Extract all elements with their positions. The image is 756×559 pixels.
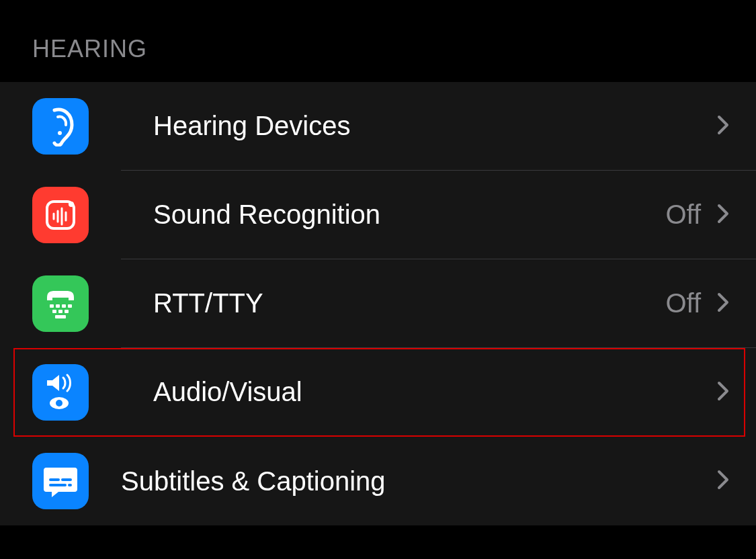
chevron-right-icon [717,292,729,315]
row-sound-recognition[interactable]: Sound Recognition Off [0,171,756,259]
svg-rect-9 [62,304,66,308]
row-label: Hearing Devices [153,111,717,141]
row-audio-visual[interactable]: Audio/Visual [13,348,745,437]
row-label: Sound Recognition [153,200,665,230]
row-value: Off [665,200,701,230]
settings-list: Hearing Devices Sound Recognition [0,82,756,525]
ear-icon [32,98,89,155]
row-rtt-tty[interactable]: RTT/TTY Off [0,259,756,348]
svg-rect-10 [68,304,72,308]
row-label: Subtitles & Captioning [121,466,717,497]
row-subtitles-captioning[interactable]: Subtitles & Captioning [0,437,756,525]
chevron-right-icon [717,381,729,404]
svg-rect-14 [55,315,66,318]
tty-icon [32,275,89,332]
row-label: RTT/TTY [153,288,665,318]
section-header: HEARING [0,0,756,82]
chevron-right-icon [717,204,729,226]
svg-point-2 [69,202,74,207]
sound-recognition-icon [32,187,89,243]
audio-visual-icon [32,364,89,421]
settings-section: HEARING Hearing Devices [0,0,756,525]
svg-rect-13 [65,310,69,313]
row-label: Audio/Visual [153,377,717,407]
svg-rect-12 [58,310,62,313]
row-value: Off [665,288,701,318]
captions-icon [32,453,89,509]
svg-rect-11 [52,310,56,313]
svg-rect-7 [50,304,54,308]
svg-point-0 [58,131,62,135]
chevron-right-icon [717,470,729,492]
chevron-right-icon [717,115,729,138]
row-hearing-devices[interactable]: Hearing Devices [0,82,756,171]
svg-rect-8 [56,304,60,308]
svg-point-16 [56,400,62,406]
